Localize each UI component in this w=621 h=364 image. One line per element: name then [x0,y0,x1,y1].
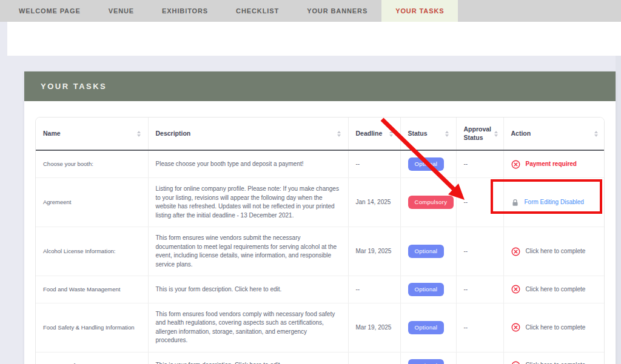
task-approval-status-cell: -- [456,276,503,303]
panel-title: YOUR TASKS [41,82,107,91]
task-name-cell: Test Reuse form [36,352,148,364]
task-description-cell: This form ensures food vendors comply wi… [148,303,348,352]
tab-label: YOUR TASKS [395,7,444,15]
panel-header: YOUR TASKS [24,71,616,101]
table-header-row: Name Description Deadline Status Approva… [36,117,605,150]
tasks-table-container: Name Description Deadline Status Approva… [35,117,605,364]
tab-label: WELCOME PAGE [19,7,81,15]
column-label: Description [156,130,191,138]
status-badge: Optional [408,283,445,296]
task-action-cell: Click here to complete [503,303,605,352]
sort-icon[interactable] [445,131,449,137]
task-status-cell: Optional [400,227,456,276]
top-content-strip [7,22,621,56]
table-row: Food and Waste Management This is your f… [36,276,605,303]
action-cell-content[interactable]: Click here to complete [511,247,599,256]
tasks-table: Name Description Deadline Status Approva… [36,117,605,364]
sort-icon[interactable] [494,131,498,137]
task-deadline-cell: Jan 14, 2025 [348,178,400,227]
tab-bar: WELCOME PAGE VENUE EXHIBITORS CHECKLIST … [0,0,621,22]
sort-icon[interactable] [337,131,341,137]
action-cell-content[interactable]: Click here to complete [511,361,599,364]
table-column-header[interactable]: Action [503,117,605,150]
sort-icon[interactable] [137,131,141,137]
task-status-cell: Compulsory [400,178,456,227]
tab[interactable]: VENUE [95,0,148,22]
status-badge: Optional [408,245,445,258]
column-label: Name [43,130,61,138]
table-column-header[interactable]: Name [36,117,148,150]
table-column-header[interactable]: Description [148,117,348,150]
task-name-cell: Food and Waste Management [36,276,148,303]
task-description-cell: Listing for online company profile. Plea… [148,178,348,227]
tab-label: YOUR BANNERS [307,7,368,15]
action-cell-content[interactable]: Form Editing Disabled [511,198,599,207]
tab[interactable]: WELCOME PAGE [5,0,95,22]
action-label[interactable]: Click here to complete [526,361,586,364]
right-edge-strip [616,56,621,364]
table-column-header[interactable]: Status [400,117,456,150]
sort-icon[interactable] [389,131,393,137]
column-label: Approval Status [464,125,492,142]
task-name-cell: Alcohol License Information: [36,227,148,276]
task-name-cell: Agremeent [36,178,148,227]
tab[interactable]: CHECKLIST [222,0,293,22]
task-status-cell: Optional [400,303,456,352]
action-cell-content[interactable]: Payment required [511,160,599,169]
column-label: Deadline [356,130,383,138]
circle-x-icon [511,361,520,364]
your-tasks-panel: YOUR TASKS Name Description Deadline Sta… [24,71,616,364]
action-label[interactable]: Click here to complete [526,323,586,333]
tab[interactable]: YOUR BANNERS [293,0,381,22]
action-label[interactable]: Payment required [526,160,577,169]
action-label[interactable]: Click here to complete [526,285,586,294]
table-row: Choose your booth: Please choose your bo… [36,150,605,177]
table-row: Test Reuse form This is your form descri… [36,352,605,364]
task-deadline-cell: -- [348,276,400,303]
task-action-cell: Form Editing Disabled [503,178,605,227]
circle-x-icon [511,247,520,256]
task-action-cell: Click here to complete [503,227,605,276]
task-approval-status-cell: -- [456,352,503,364]
sort-icon[interactable] [594,131,598,137]
task-approval-status-cell: -- [456,178,503,227]
status-badge: Optional [408,321,445,334]
table-column-header[interactable]: Approval Status [456,117,503,150]
action-cell-content[interactable]: Click here to complete [511,285,599,294]
task-description-cell: This is your form description. Click her… [148,352,348,364]
action-label[interactable]: Click here to complete [526,247,586,256]
task-approval-status-cell: -- [456,227,503,276]
task-description-cell: This form ensures wine vendors submit th… [148,227,348,276]
task-deadline-cell: Mar 19, 2025 [348,303,400,352]
table-row: Agremeent Listing for online company pro… [36,178,605,227]
task-status-cell: Optional [400,276,456,303]
tab[interactable]: EXHIBITORS [148,0,222,22]
task-description-cell: This is your form description. Click her… [148,276,348,303]
table-column-header[interactable]: Deadline [348,117,400,150]
tab-label: VENUE [109,7,134,15]
task-status-cell: Optional [400,352,456,364]
status-badge: Optional [408,157,445,171]
task-name-cell: Food Safety & Handling Information [36,303,148,352]
circle-x-icon [511,160,520,169]
status-badge: Compulsory [408,196,454,209]
column-label: Action [511,130,531,138]
tab-label: EXHIBITORS [162,7,208,15]
circle-x-icon [511,285,520,294]
tab[interactable]: YOUR TASKS [381,0,458,22]
task-action-cell: Payment required [503,150,605,177]
column-label: Status [408,130,428,138]
task-deadline-cell: -- [348,150,400,177]
table-row: Food Safety & Handling Information This … [36,303,605,352]
circle-x-icon [511,323,520,332]
action-cell-content[interactable]: Click here to complete [511,323,599,332]
tab-label: CHECKLIST [236,7,279,15]
task-deadline-cell: Mar 19, 2025 [348,227,400,276]
task-status-cell: Optional [400,150,456,177]
lock-icon [511,199,519,207]
task-name-cell: Choose your booth: [36,150,148,177]
task-approval-status-cell: -- [456,303,503,352]
status-badge: Optional [408,359,445,364]
action-label[interactable]: Form Editing Disabled [525,198,584,207]
task-action-cell: Click here to complete [503,276,605,303]
